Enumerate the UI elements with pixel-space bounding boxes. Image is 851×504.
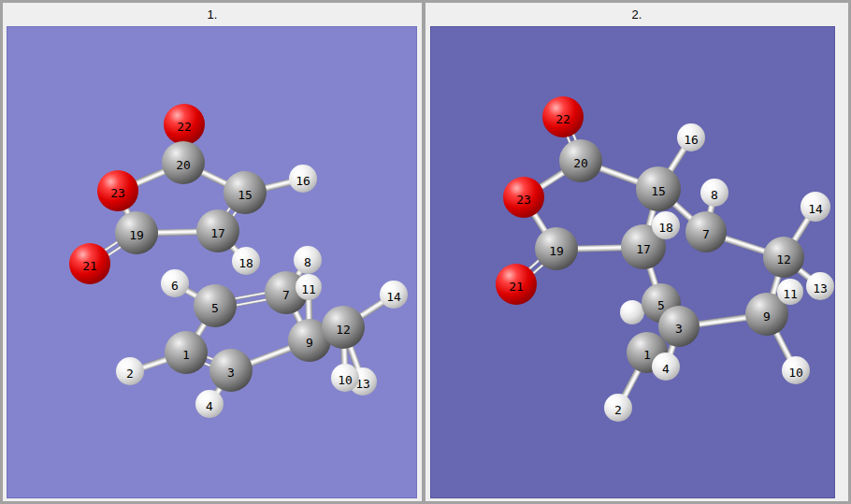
atom-label-2: 2 (116, 359, 144, 387)
atom-label-13: 13 (806, 274, 834, 302)
atom-H18[interactable]: 18 (652, 211, 680, 239)
atom-C20[interactable]: 20 (559, 139, 602, 182)
atom-label-8: 8 (700, 180, 728, 209)
atom-H8[interactable]: 8 (294, 246, 322, 274)
atom-H18[interactable]: 18 (232, 247, 260, 275)
structure-window-1-title: 1. (208, 7, 218, 22)
atom-C19[interactable]: 19 (115, 211, 158, 254)
atom-H14[interactable]: 14 (801, 192, 830, 222)
atom-label-20: 20 (162, 143, 205, 186)
structure-window-2-titlebar: 2. (426, 3, 848, 26)
atom-O23[interactable]: 23 (503, 177, 544, 218)
atom-H13[interactable]: 13 (806, 272, 834, 300)
atom-label-18: 18 (232, 249, 260, 277)
atom-H14[interactable]: 14 (380, 281, 408, 309)
atom-C15[interactable]: 15 (224, 171, 267, 214)
molecule-viewport-1[interactable] (7, 26, 417, 498)
atom-label-21: 21 (69, 245, 110, 286)
atom-H2[interactable]: 2 (116, 357, 144, 385)
atom-label-12: 12 (322, 308, 365, 351)
atom-O23[interactable]: 23 (97, 170, 138, 211)
atom-label-4: 4 (652, 354, 680, 382)
atom-label-20: 20 (559, 141, 602, 184)
atom-O22[interactable]: 22 (542, 96, 584, 137)
atom-label-19: 19 (115, 213, 158, 256)
atom-label-22: 22 (542, 98, 584, 139)
atom-label-2: 2 (604, 396, 632, 424)
atom-label-11: 11 (296, 276, 322, 302)
atom-O22[interactable]: 22 (164, 104, 205, 145)
atom-H4[interactable]: 4 (195, 390, 224, 418)
atom-O21[interactable]: 21 (69, 243, 110, 284)
atom-label-10: 10 (782, 358, 810, 386)
atom-label-15: 15 (636, 168, 681, 213)
atom-H6[interactable]: 6 (161, 269, 189, 297)
app-window: { "window": { "outer_border_color": "#a2… (0, 0, 851, 504)
atom-C12[interactable]: 12 (763, 237, 804, 278)
atom-C1[interactable]: 1 (165, 331, 208, 374)
atom-H16[interactable]: 16 (677, 123, 705, 151)
atom-C19[interactable]: 19 (535, 227, 578, 270)
atom-H10[interactable]: 10 (782, 356, 810, 384)
atom-label-10: 10 (331, 366, 359, 394)
atom-H16[interactable]: 16 (289, 165, 317, 193)
atom-H11[interactable]: 11 (777, 279, 803, 305)
atom-label-16: 16 (289, 166, 317, 194)
atom-H11[interactable]: 11 (296, 274, 322, 300)
atom-label-16: 16 (677, 125, 705, 153)
atom-C17[interactable]: 17 (196, 209, 239, 252)
atom-label-15: 15 (224, 173, 267, 216)
atom-label-23: 23 (97, 172, 138, 213)
atom-C15[interactable]: 15 (636, 166, 681, 211)
atom-label-1: 1 (165, 333, 208, 376)
atom-label-12: 12 (763, 238, 804, 280)
atom-label-5: 5 (194, 286, 237, 329)
atom-label-8: 8 (294, 248, 322, 276)
atom-C20[interactable]: 20 (162, 141, 205, 184)
atom-label-21: 21 (496, 266, 537, 307)
atom-label-6: 6 (161, 271, 189, 299)
atom-label-23: 23 (503, 179, 544, 220)
atom-H4[interactable]: 4 (652, 353, 680, 381)
structure-window-1-titlebar: 1. (3, 3, 422, 26)
atom-label-18: 18 (652, 213, 680, 241)
structure-window-2-title: 2. (632, 7, 642, 22)
atom-C5[interactable]: 5 (194, 284, 237, 327)
atom-H10[interactable]: 10 (331, 364, 359, 392)
atom-label-14: 14 (801, 194, 830, 223)
atom-label-14: 14 (380, 282, 408, 310)
atom-label-19: 19 (535, 229, 578, 272)
atom-label-4: 4 (195, 392, 224, 420)
atom-C12[interactable]: 12 (322, 306, 365, 349)
atom-H2[interactable]: 2 (604, 394, 632, 422)
atom-H8[interactable]: 8 (700, 179, 728, 207)
atom-C7[interactable]: 7 (685, 211, 727, 252)
atom-label-11: 11 (777, 281, 803, 307)
atom-O21[interactable]: 21 (496, 264, 537, 305)
atom-label-7: 7 (685, 213, 727, 254)
atom-C3[interactable]: 3 (209, 349, 252, 392)
atom-label-3: 3 (209, 351, 252, 394)
